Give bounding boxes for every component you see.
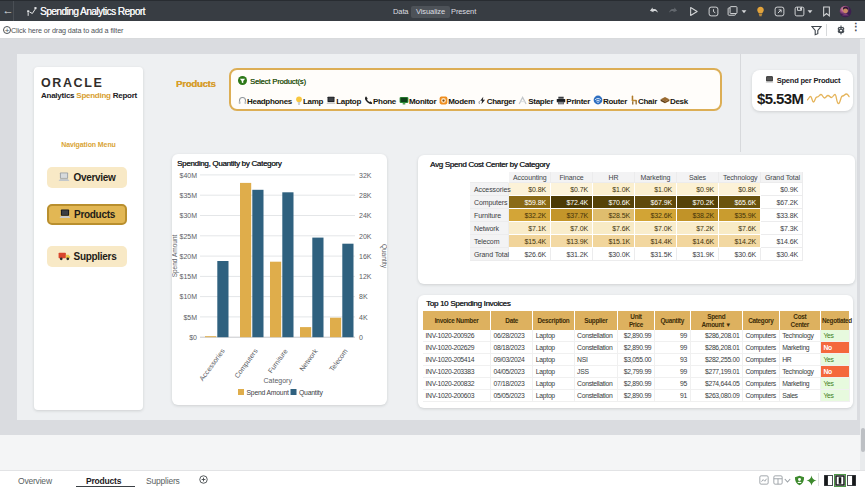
svg-text:$30M: $30M: [179, 212, 197, 219]
svg-text:$0: $0: [189, 334, 197, 341]
svg-text:$15M: $15M: [179, 273, 197, 280]
svg-text:Quantity: Quantity: [299, 389, 324, 397]
svg-text:$25M: $25M: [179, 233, 197, 240]
svg-text:Telecom: Telecom: [328, 347, 349, 372]
svg-text:20K: 20K: [359, 233, 372, 240]
svg-text:Accessories: Accessories: [198, 347, 226, 382]
svg-text:Furniture: Furniture: [267, 347, 289, 374]
svg-text:$10M: $10M: [179, 293, 197, 300]
svg-text:0: 0: [359, 334, 363, 341]
svg-text:16K: 16K: [359, 253, 372, 260]
svg-text:$5M: $5M: [183, 314, 197, 321]
svg-text:Spend Amount: Spend Amount: [247, 389, 290, 397]
svg-text:$20M: $20M: [179, 253, 197, 260]
svg-text:Category: Category: [263, 377, 292, 385]
svg-text:Computers: Computers: [233, 347, 260, 380]
svg-text:12K: 12K: [359, 273, 372, 280]
svg-text:4K: 4K: [359, 314, 368, 321]
svg-text:Spend Amount: Spend Amount: [172, 234, 179, 277]
svg-text:28K: 28K: [359, 192, 372, 199]
svg-text:Quantity: Quantity: [380, 244, 388, 269]
svg-text:$40M: $40M: [179, 172, 197, 179]
svg-text:8K: 8K: [359, 293, 368, 300]
svg-text:Network: Network: [298, 347, 319, 372]
svg-text:32K: 32K: [359, 172, 372, 179]
svg-text:$35M: $35M: [179, 192, 197, 199]
svg-text:24K: 24K: [359, 212, 372, 219]
